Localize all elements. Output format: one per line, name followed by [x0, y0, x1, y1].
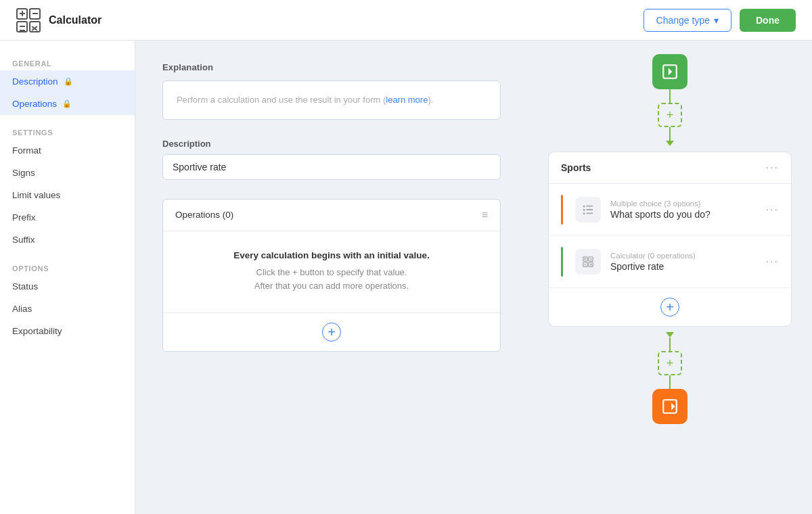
app-title: Calculator: [49, 14, 102, 26]
sidebar: General Description 🔒 Operations 🔒 Setti…: [0, 41, 135, 514]
chevron-down-icon: ▾: [714, 15, 719, 26]
green-bar: [561, 247, 563, 277]
sports-card-header: Sports ···: [549, 152, 791, 184]
description-label: Description: [162, 139, 501, 149]
explanation-box: Perform a calculation and use the result…: [162, 80, 501, 120]
row1-subtitle: Multiple choice (3 options): [610, 200, 757, 208]
row2-menu-button[interactable]: ···: [766, 256, 779, 268]
card-row-2-content: Calculator (0 operations) Sportive rate: [610, 252, 757, 272]
operations-title: Operations (0): [175, 210, 233, 220]
sidebar-item-description[interactable]: Description 🔒: [0, 70, 135, 93]
svg-rect-17: [586, 213, 593, 214]
right-panel: + Sports ···: [528, 41, 812, 514]
sports-card: Sports ···: [548, 151, 792, 327]
exit-node: [652, 389, 687, 424]
header: Calculator Change type ▾ Done: [0, 0, 812, 41]
operations-body-title: Every calculation begins with an initial…: [177, 250, 487, 260]
row2-subtitle: Calculator (0 operations): [610, 252, 757, 260]
sidebar-item-signs[interactable]: Signs: [0, 162, 135, 184]
sidebar-item-operations[interactable]: Operations 🔒: [0, 93, 135, 115]
row2-name: Sportive rate: [610, 261, 757, 272]
operations-body-line2: After that you can add more operations.: [177, 279, 487, 294]
lock-icon-description: 🔒: [64, 77, 73, 86]
orange-bar: [561, 195, 563, 225]
done-button[interactable]: Done: [740, 9, 796, 32]
card-row-2-icon: [575, 249, 601, 275]
sidebar-item-label: Limit values: [12, 190, 60, 200]
settings-section-label: Settings: [0, 123, 135, 139]
sidebar-item-label: Signs: [12, 168, 35, 178]
svg-rect-14: [583, 209, 585, 211]
svg-rect-15: [586, 209, 593, 210]
calculator-icon: [575, 249, 601, 275]
sidebar-item-format[interactable]: Format: [0, 139, 135, 162]
add-node-top[interactable]: +: [658, 103, 682, 127]
sidebar-item-label: Status: [12, 281, 38, 291]
explanation-suffix: ).: [428, 95, 433, 105]
add-card-item-button[interactable]: +: [660, 298, 679, 317]
description-input[interactable]: [162, 154, 501, 180]
svg-rect-3: [30, 22, 40, 32]
card-row-2: Calculator (0 operations) Sportive rate …: [549, 236, 791, 288]
row1-menu-button[interactable]: ···: [766, 204, 779, 216]
connector-line-2: [669, 127, 671, 141]
arrow-1: [666, 141, 674, 146]
explanation-section-title: Explanation: [162, 62, 501, 72]
sidebar-item-label: Format: [12, 145, 41, 156]
change-type-button[interactable]: Change type ▾: [644, 9, 731, 32]
operations-box: Operations (0) ≡ Every calculation begin…: [162, 199, 501, 352]
svg-rect-13: [586, 206, 593, 207]
sidebar-item-limit-values[interactable]: Limit values: [0, 184, 135, 206]
lock-icon-operations: 🔒: [62, 99, 72, 108]
general-section-label: General: [0, 54, 135, 70]
sidebar-item-label: Suffix: [12, 235, 35, 245]
add-operation-button[interactable]: +: [322, 323, 341, 342]
operations-footer: +: [163, 312, 500, 351]
card-menu-button[interactable]: ···: [766, 162, 779, 174]
operations-header: Operations (0) ≡: [163, 200, 500, 231]
svg-rect-12: [583, 206, 585, 208]
list-icon: [575, 197, 601, 223]
sidebar-item-label: Exportability: [12, 326, 62, 336]
svg-rect-16: [583, 213, 585, 215]
sidebar-item-label: Alias: [12, 304, 32, 314]
arrow-2: [666, 332, 674, 337]
connector-line-1: [669, 89, 671, 103]
calculator-logo-icon: [16, 8, 41, 32]
sidebar-item-suffix[interactable]: Suffix: [0, 229, 135, 251]
row1-name: What sports do you do?: [610, 209, 757, 220]
operations-body-line1: Click the + button to specify that value…: [177, 266, 487, 280]
explanation-text: Perform a calculation and use the result…: [177, 95, 386, 105]
connector-line-4: [669, 375, 671, 389]
flow-container: + Sports ···: [548, 54, 792, 424]
header-left: Calculator: [16, 8, 102, 32]
layout: General Description 🔒 Operations 🔒 Setti…: [0, 41, 812, 514]
sports-card-title: Sports: [561, 162, 591, 173]
add-node-bottom[interactable]: +: [658, 351, 682, 375]
card-add-row: +: [549, 288, 791, 326]
sidebar-item-label: Prefix: [12, 212, 36, 223]
sidebar-item-exportability[interactable]: Exportability: [0, 320, 135, 342]
entry-node: [652, 54, 687, 89]
hamburger-icon[interactable]: ≡: [482, 209, 488, 221]
sidebar-item-label: Description: [12, 76, 58, 87]
header-actions: Change type ▾ Done: [644, 9, 796, 32]
learn-more-link[interactable]: learn more: [386, 95, 428, 105]
sidebar-item-prefix[interactable]: Prefix: [0, 206, 135, 229]
card-row-1: Multiple choice (3 options) What sports …: [549, 184, 791, 236]
main-content: Explanation Perform a calculation and us…: [135, 41, 528, 514]
card-row-1-icon: [575, 197, 601, 223]
sidebar-item-label: Operations: [12, 99, 57, 109]
sidebar-item-status[interactable]: Status: [0, 275, 135, 298]
connector-line-3: [669, 337, 671, 351]
options-section-label: Options: [0, 259, 135, 275]
sidebar-item-alias[interactable]: Alias: [0, 298, 135, 320]
operations-body: Every calculation begins with an initial…: [163, 231, 500, 313]
card-row-1-content: Multiple choice (3 options) What sports …: [610, 200, 757, 220]
